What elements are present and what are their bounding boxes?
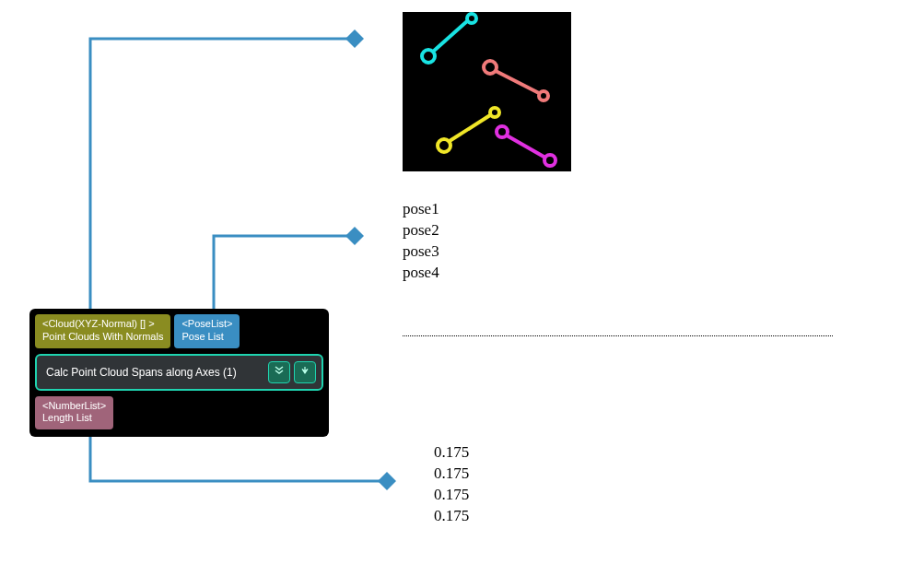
length-list-item: 0.175 <box>434 485 469 506</box>
svg-point-6 <box>438 139 450 152</box>
port-name-label: Pose List <box>181 331 232 344</box>
svg-point-9 <box>497 126 508 137</box>
svg-point-5 <box>539 91 548 100</box>
port-name-label: Point Clouds With Normals <box>42 331 163 344</box>
wire-poselist-to-text <box>214 236 355 310</box>
point-cloud-preview <box>403 12 571 171</box>
node-title: Calc Point Cloud Spans along Axes (1) <box>46 366 237 379</box>
wire-clouds-to-image <box>90 39 355 310</box>
svg-line-10 <box>507 135 545 158</box>
output-ports-row: <NumberList> Length List <box>35 396 323 430</box>
input-port-poselist[interactable]: <PoseList> Pose List <box>174 314 240 348</box>
svg-line-4 <box>496 71 539 93</box>
pose-list-item: pose2 <box>403 220 439 241</box>
chevrons-down-icon <box>274 365 285 379</box>
svg-point-3 <box>484 61 497 74</box>
dotted-separator <box>403 335 833 336</box>
connector-endpoint-diamond <box>378 472 396 490</box>
svg-point-11 <box>544 155 556 166</box>
port-name-label: Length List <box>42 412 106 425</box>
svg-point-8 <box>490 108 499 117</box>
svg-point-2 <box>467 14 476 23</box>
length-list-item: 0.175 <box>434 442 469 464</box>
svg-point-0 <box>422 50 435 63</box>
input-ports-row: <Cloud(XYZ-Normal) [] > Point Clouds Wit… <box>35 314 323 348</box>
pose-list-display: pose1 pose2 pose3 pose4 <box>403 199 439 284</box>
input-port-clouds[interactable]: <Cloud(XYZ-Normal) [] > Point Clouds Wit… <box>35 314 170 348</box>
svg-line-1 <box>433 21 467 52</box>
calc-span-node[interactable]: <Cloud(XYZ-Normal) [] > Point Clouds Wit… <box>29 309 329 437</box>
download-button[interactable] <box>294 361 316 383</box>
pose-list-item: pose3 <box>403 241 439 263</box>
node-title-bar: Calc Point Cloud Spans along Axes (1) <box>35 354 323 391</box>
length-list-item: 0.175 <box>434 506 469 527</box>
expand-button[interactable] <box>268 361 290 383</box>
output-port-lengthlist[interactable]: <NumberList> Length List <box>35 396 113 430</box>
diagram-canvas: pose1 pose2 pose3 pose4 0.175 0.175 0.17… <box>0 0 924 564</box>
port-type-label: <Cloud(XYZ-Normal) [] > <box>42 318 163 331</box>
length-list-item: 0.175 <box>434 464 469 485</box>
svg-line-7 <box>450 115 490 141</box>
download-arrow-icon <box>299 365 310 379</box>
pose-list-item: pose1 <box>403 199 439 220</box>
connector-endpoint-diamond <box>345 227 364 245</box>
port-type-label: <NumberList> <box>42 400 106 413</box>
pose-list-item: pose4 <box>403 263 439 284</box>
port-type-label: <PoseList> <box>181 318 232 331</box>
length-list-display: 0.175 0.175 0.175 0.175 <box>434 442 469 527</box>
node-title-buttons <box>268 361 316 383</box>
connector-endpoint-diamond <box>345 29 364 48</box>
